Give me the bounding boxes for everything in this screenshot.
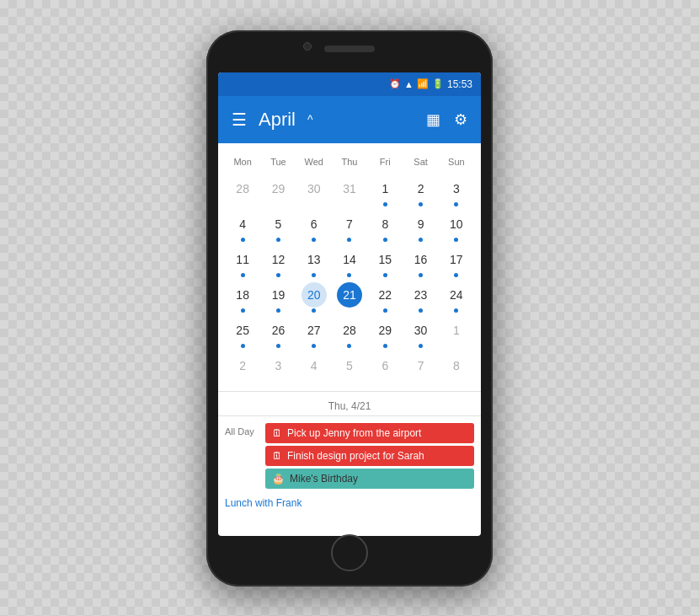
event-dot (312, 344, 316, 348)
all-day-events: 🗓 Pick up Jenny from the airport 🗓 Finis… (265, 423, 474, 489)
event-item-2[interactable]: 🗓 Finish design project for Sarah (265, 446, 474, 466)
cal-day-number: 1 (444, 318, 469, 343)
day-header-mon: Mon (225, 153, 260, 170)
cal-cell[interactable]: 7 (403, 351, 438, 381)
cal-day-number: 3 (265, 353, 291, 378)
cal-cell[interactable]: 10 (439, 209, 474, 244)
cal-day-number: 25 (230, 318, 255, 343)
calendar-section: Mon Tue Wed Thu Fri Sat Sun 282930311234… (218, 143, 481, 388)
cal-day-number: 13 (301, 247, 327, 272)
cal-cell[interactable]: 8 (439, 351, 474, 381)
event-icon-1: 🗓 (272, 427, 282, 439)
cal-day-number: 30 (301, 176, 327, 201)
cal-cell[interactable]: 30 (403, 315, 438, 351)
cal-cell[interactable]: 4 (296, 351, 332, 381)
cal-day-number: 6 (301, 212, 327, 237)
day-headers: Mon Tue Wed Thu Fri Sat Sun (218, 150, 481, 174)
phone-mockup: ⏰ ▲ 📶 🔋 15:53 ☰ April ^ ▦ ⚙ (206, 30, 493, 587)
event-item-1[interactable]: 🗓 Pick up Jenny from the airport (265, 423, 474, 443)
cal-day-number: 22 (372, 282, 398, 308)
cal-cell[interactable]: 3 (260, 351, 296, 381)
cal-cell[interactable]: 4 (225, 209, 260, 244)
cal-cell[interactable]: 6 (367, 351, 403, 381)
cal-cell[interactable]: 20 (296, 280, 332, 315)
alarm-icon: ⏰ (389, 78, 401, 89)
cal-day-number: 14 (337, 247, 362, 272)
event-title-3: Mike's Birthday (290, 473, 358, 485)
cal-cell[interactable]: 28 (332, 315, 367, 351)
cal-cell[interactable]: 11 (225, 244, 260, 280)
cal-cell[interactable]: 23 (403, 280, 438, 315)
event-dot (241, 344, 245, 348)
cal-cell[interactable]: 19 (260, 280, 296, 315)
cal-cell[interactable]: 8 (367, 209, 403, 244)
cal-day-number: 8 (372, 212, 398, 237)
home-button[interactable] (331, 534, 368, 571)
cal-day-number: 27 (301, 318, 327, 343)
event-icon-3: 🎂 (272, 473, 285, 485)
phone-shell: ⏰ ▲ 📶 🔋 15:53 ☰ April ^ ▦ ⚙ (206, 30, 493, 587)
header-left: ☰ April ^ (232, 109, 313, 131)
cal-cell[interactable]: 6 (296, 209, 332, 244)
day-header-tue: Tue (260, 153, 296, 170)
event-dot (454, 202, 458, 206)
cal-cell[interactable]: 18 (225, 280, 260, 315)
event-dot (383, 308, 387, 313)
event-title-1: Pick up Jenny from the airport (287, 427, 421, 439)
event-dot (419, 202, 423, 206)
cal-cell[interactable]: 24 (439, 280, 474, 315)
timed-events: Lunch with Frank (218, 490, 481, 511)
cal-cell[interactable]: 9 (403, 209, 438, 244)
cal-day-number: 2 (408, 176, 434, 201)
cal-cell[interactable]: 5 (332, 351, 367, 381)
calendar-view-icon[interactable]: ▦ (426, 110, 440, 129)
cal-cell[interactable]: 1 (367, 174, 403, 209)
cal-cell[interactable]: 26 (260, 315, 296, 351)
event-dot (419, 308, 423, 313)
event-item-3[interactable]: 🎂 Mike's Birthday (265, 469, 474, 489)
cal-cell[interactable]: 14 (332, 244, 367, 280)
day-header-fri: Fri (367, 153, 403, 170)
cal-day-number: 5 (265, 212, 291, 237)
cal-cell[interactable]: 2 (225, 351, 260, 381)
cal-cell[interactable]: 2 (403, 174, 438, 209)
cal-cell[interactable]: 13 (296, 244, 332, 280)
cal-cell[interactable]: 29 (367, 315, 403, 351)
status-icons: ⏰ ▲ 📶 🔋 15:53 (389, 78, 472, 90)
timed-event-1[interactable]: Lunch with Frank (225, 495, 474, 511)
cal-cell[interactable]: 5 (260, 209, 296, 244)
cal-cell[interactable]: 22 (367, 280, 403, 315)
cal-day-number: 29 (265, 176, 291, 201)
chevron-up-icon[interactable]: ^ (307, 113, 313, 126)
cal-cell[interactable]: 27 (296, 315, 332, 351)
cal-cell[interactable]: 28 (225, 174, 260, 209)
cal-cell[interactable]: 1 (439, 315, 474, 351)
settings-icon[interactable]: ⚙ (454, 110, 467, 129)
event-dot (454, 238, 458, 242)
cal-day-number: 7 (337, 212, 362, 237)
status-time: 15:53 (447, 78, 472, 90)
day-header-thu: Thu (332, 153, 367, 170)
day-header-wed: Wed (296, 153, 332, 170)
event-dot (312, 308, 316, 313)
phone-camera (303, 42, 312, 51)
cal-cell[interactable]: 15 (367, 244, 403, 280)
cal-cell[interactable]: 17 (439, 244, 474, 280)
cal-cell[interactable]: 21 (332, 280, 367, 315)
cal-cell[interactable]: 3 (439, 174, 474, 209)
cal-cell[interactable]: 31 (332, 174, 367, 209)
cal-cell[interactable]: 29 (260, 174, 296, 209)
cal-cell[interactable]: 25 (225, 315, 260, 351)
phone-screen: ⏰ ▲ 📶 🔋 15:53 ☰ April ^ ▦ ⚙ (218, 72, 481, 536)
menu-icon[interactable]: ☰ (232, 110, 247, 130)
cal-cell[interactable]: 16 (403, 244, 438, 280)
cal-cell[interactable]: 30 (296, 174, 332, 209)
cal-day-number: 6 (372, 353, 398, 378)
cal-cell[interactable]: 7 (332, 209, 367, 244)
event-dot (419, 273, 423, 277)
cal-day-number: 5 (337, 353, 362, 378)
status-bar: ⏰ ▲ 📶 🔋 15:53 (218, 72, 481, 96)
cal-cell[interactable]: 12 (260, 244, 296, 280)
cal-day-number: 1 (372, 176, 398, 201)
battery-icon: 🔋 (432, 78, 444, 89)
